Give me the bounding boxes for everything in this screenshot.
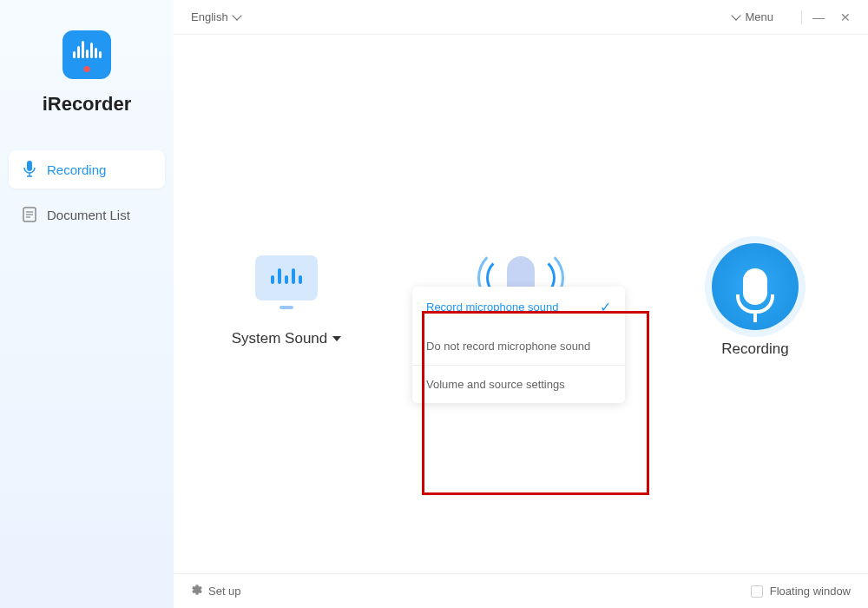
language-label: English bbox=[191, 10, 228, 23]
gear-icon bbox=[191, 584, 203, 598]
check-icon: ✓ bbox=[600, 299, 611, 315]
system-sound-label-row[interactable]: System Sound bbox=[232, 330, 342, 347]
system-sound-label: System Sound bbox=[232, 330, 328, 347]
dropdown-item-label: Do not record microphone sound bbox=[426, 340, 590, 353]
sidebar: iRecorder Recording Document List bbox=[0, 0, 174, 608]
floating-window-label: Floating window bbox=[770, 585, 851, 598]
menu-label: Menu bbox=[745, 10, 773, 23]
main-content: System Sound Microphone Sound Record m bbox=[174, 35, 868, 573]
app-name: iRecorder bbox=[0, 93, 174, 116]
minimize-button[interactable]: — bbox=[812, 10, 825, 24]
chevron-down-icon bbox=[232, 10, 241, 20]
dropdown-item-volume-settings[interactable]: Volume and source settings bbox=[412, 366, 625, 403]
floating-window-toggle[interactable]: Floating window bbox=[751, 585, 851, 598]
close-button[interactable]: ✕ bbox=[840, 10, 851, 24]
recording-button[interactable] bbox=[712, 243, 799, 330]
document-icon bbox=[21, 206, 38, 223]
sidebar-item-label: Recording bbox=[47, 162, 106, 177]
app-logo bbox=[62, 30, 111, 79]
language-selector[interactable]: English bbox=[191, 10, 240, 23]
setup-button[interactable]: Set up bbox=[191, 584, 241, 598]
sidebar-item-document-list[interactable]: Document List bbox=[9, 195, 165, 234]
dropdown-item-do-not-record[interactable]: Do not record microphone sound bbox=[412, 327, 625, 365]
system-sound-icon bbox=[247, 243, 326, 313]
divider bbox=[801, 10, 802, 24]
recording-label: Recording bbox=[721, 340, 789, 358]
dropdown-item-label: Record microphone sound bbox=[426, 301, 558, 314]
sidebar-nav: Recording Document List bbox=[0, 150, 174, 234]
caret-down-icon bbox=[332, 336, 341, 341]
checkbox-icon bbox=[751, 585, 763, 598]
recording-microphone-icon bbox=[743, 268, 767, 305]
setup-label: Set up bbox=[208, 585, 241, 598]
chevron-down-icon bbox=[732, 10, 741, 20]
microphone-icon bbox=[21, 161, 38, 178]
sidebar-item-label: Document List bbox=[47, 208, 130, 222]
topbar: English Menu — ✕ bbox=[174, 0, 868, 35]
microphone-dropdown: Record microphone sound ✓ Do not record … bbox=[412, 287, 625, 403]
svg-rect-0 bbox=[27, 161, 32, 171]
dropdown-item-record[interactable]: Record microphone sound ✓ bbox=[412, 287, 625, 327]
footer: Set up Floating window bbox=[174, 573, 868, 608]
dropdown-item-label: Volume and source settings bbox=[426, 378, 565, 391]
sidebar-item-recording[interactable]: Recording bbox=[9, 150, 165, 188]
menu-button[interactable]: Menu bbox=[727, 10, 773, 23]
microphone-sound-option[interactable]: Microphone Sound Record microphone sound… bbox=[451, 243, 590, 347]
recording-option: Recording bbox=[686, 243, 825, 358]
system-sound-option[interactable]: System Sound bbox=[217, 243, 356, 347]
window-controls: — ✕ bbox=[812, 10, 851, 24]
